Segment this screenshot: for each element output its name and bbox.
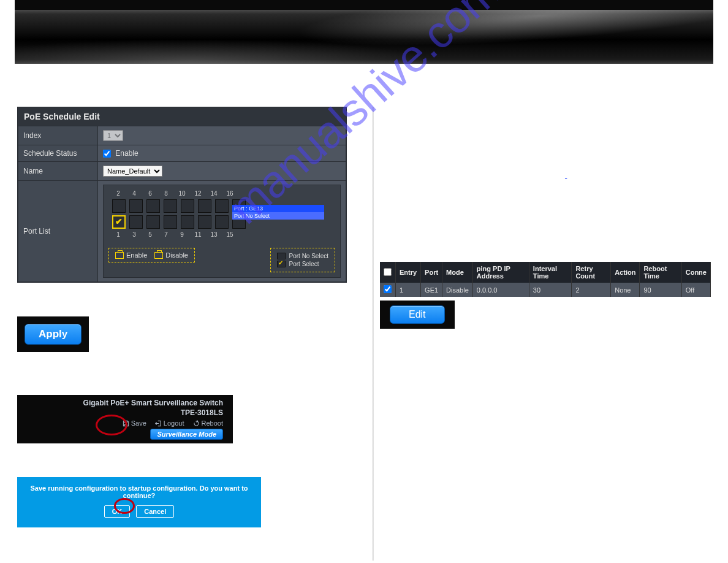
page-banner <box>15 10 713 64</box>
row-checkbox[interactable] <box>384 285 392 293</box>
col-retry: Retry Count <box>572 262 611 283</box>
col-connect: Conne <box>681 262 710 283</box>
col-action: Action <box>611 262 640 283</box>
port-12[interactable] <box>198 199 211 213</box>
table-header-row: Entry Port Mode ping PD IP Address Inter… <box>380 262 711 283</box>
apply-button[interactable]: Apply <box>25 324 82 345</box>
port-tooltip: Port : GE13 Port No Select <box>232 205 324 220</box>
port-10[interactable] <box>181 199 194 213</box>
page-header-bar <box>15 0 713 10</box>
port-13[interactable] <box>215 215 229 229</box>
logout-icon <box>155 420 162 427</box>
port-9[interactable] <box>181 215 194 229</box>
header-save-screenshot: Gigabit PoE+ Smart Surveillance Switch T… <box>17 395 233 443</box>
reboot-icon <box>193 420 200 427</box>
col-reboot: Reboot Time <box>640 262 681 283</box>
port-11[interactable] <box>198 215 211 229</box>
port-list-box: 246810121416 13579111315 <box>103 185 341 278</box>
col-port: Port <box>421 262 442 283</box>
surveillance-mode-button[interactable]: Surveillance Mode <box>150 429 223 440</box>
port-1[interactable] <box>112 215 126 229</box>
port-14[interactable] <box>215 199 229 213</box>
priority-setting-link[interactable] <box>565 171 706 180</box>
port-3[interactable] <box>129 215 143 229</box>
port-7[interactable] <box>164 215 177 229</box>
poe-schedule-edit-panel: PoE Schedule Edit Index 1 Schedule Statu… <box>17 107 347 283</box>
save-link[interactable]: Save <box>123 419 146 427</box>
col-ip: ping PD IP Address <box>472 262 529 283</box>
legend-select-icon <box>277 261 286 267</box>
enable-button[interactable]: Enable <box>115 251 147 259</box>
schedule-status-label: Schedule Status <box>18 145 98 162</box>
panel-title: PoE Schedule Edit <box>18 107 346 126</box>
enable-checkbox-label: Enable <box>115 149 138 158</box>
enable-checkbox[interactable] <box>103 150 111 158</box>
reboot-link[interactable]: Reboot <box>193 419 223 427</box>
index-select[interactable]: 1 <box>103 130 123 141</box>
portlist-label: Port List <box>18 181 98 282</box>
port-5[interactable] <box>146 215 160 229</box>
edit-button[interactable]: Edit <box>390 305 445 324</box>
confirm-message: Save running configuration to startup co… <box>28 484 250 499</box>
cancel-button[interactable]: Cancel <box>136 505 174 518</box>
index-label: Index <box>18 126 98 145</box>
table-row[interactable]: 1 GE1 Disable 0.0.0.0 30 2 None 90 Off <box>380 283 711 297</box>
device-title: Gigabit PoE+ Smart Surveillance Switch <box>23 399 223 407</box>
apply-button-wrap: Apply <box>17 316 89 352</box>
col-entry: Entry <box>395 262 420 283</box>
enable-disable-group: Enable Disable <box>108 248 195 262</box>
port-icon <box>154 252 163 259</box>
port-row-top-labels: 246810121416 <box>108 190 335 197</box>
port-2[interactable] <box>112 199 126 213</box>
pd-alive-table: Entry Port Mode ping PD IP Address Inter… <box>380 262 711 297</box>
column-divider <box>373 107 374 561</box>
col-mode: Mode <box>442 262 473 283</box>
select-all-checkbox[interactable] <box>384 268 392 276</box>
port-row-bottom-labels: 13579111315 <box>108 231 335 238</box>
logout-link[interactable]: Logout <box>155 419 184 427</box>
port-icon <box>115 252 124 259</box>
col-interval: Interval Time <box>529 262 572 283</box>
disable-button[interactable]: Disable <box>154 251 188 259</box>
name-select[interactable]: Name_Default <box>103 166 162 177</box>
confirm-dialog: Save running configuration to startup co… <box>17 477 261 527</box>
edit-button-wrap: Edit <box>380 301 455 329</box>
name-label: Name <box>18 162 98 181</box>
ok-button[interactable]: OK <box>104 505 131 518</box>
port-8[interactable] <box>164 199 177 213</box>
port-4[interactable] <box>129 199 143 213</box>
device-model: TPE-3018LS <box>23 408 223 417</box>
save-icon <box>123 420 129 427</box>
legend-noselect-icon <box>277 253 286 259</box>
port-legend: Port No Select Port Select <box>270 248 335 272</box>
port-6[interactable] <box>146 199 160 213</box>
